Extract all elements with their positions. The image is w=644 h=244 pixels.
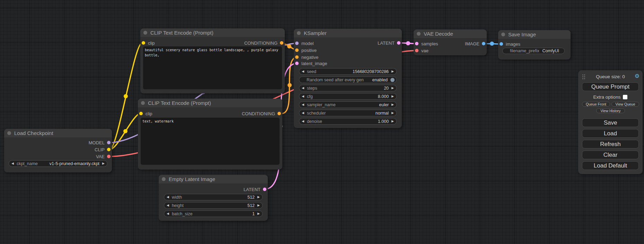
input-slot-clip[interactable]: clip bbox=[142, 40, 155, 46]
input-slot-latent-image[interactable]: latent_image bbox=[295, 60, 327, 66]
increment-arrow-icon[interactable]: ▶ bbox=[102, 162, 105, 165]
output-slot-conditioning[interactable]: CONDITIONING bbox=[242, 110, 281, 117]
collapse-dot-icon[interactable] bbox=[501, 33, 505, 36]
save-button[interactable]: Save bbox=[582, 118, 639, 127]
clip-input-dot-icon[interactable] bbox=[142, 41, 145, 45]
decrement-arrow-icon[interactable]: ◀ bbox=[302, 87, 304, 90]
node-load-checkpoint[interactable]: Load Checkpoint MODEL CLIP VAE ◀ ckpt_na… bbox=[4, 129, 112, 172]
queue-front-button[interactable]: Queue Front bbox=[582, 102, 610, 107]
node-titlebar[interactable]: CLIP Text Encode (Prompt) bbox=[140, 28, 285, 37]
decrement-arrow-icon[interactable]: ◀ bbox=[167, 204, 169, 207]
node-empty-latent-image[interactable]: Empty Latent Image LATENT ◀ width 512 ▶ … bbox=[159, 175, 268, 221]
clip-input-dot-icon[interactable] bbox=[139, 112, 143, 115]
input-slot-vae[interactable]: vae bbox=[415, 47, 429, 54]
decrement-arrow-icon[interactable]: ◀ bbox=[302, 111, 304, 115]
conditioning-input-dot-icon[interactable] bbox=[295, 48, 299, 52]
increment-arrow-icon[interactable]: ▶ bbox=[257, 204, 260, 207]
node-clip-text-encode-positive[interactable]: CLIP Text Encode (Prompt) clip CONDITION… bbox=[140, 28, 285, 93]
decrement-arrow-icon[interactable]: ◀ bbox=[167, 212, 169, 215]
queue-prompt-button[interactable]: Queue Prompt bbox=[582, 82, 639, 91]
conditioning-output-dot-icon[interactable] bbox=[277, 112, 281, 115]
clear-button[interactable]: Clear bbox=[582, 151, 639, 159]
increment-arrow-icon[interactable]: ▶ bbox=[257, 212, 260, 215]
input-slot-negative[interactable]: negative bbox=[295, 54, 318, 60]
increment-arrow-icon[interactable]: ▶ bbox=[391, 70, 394, 73]
conditioning-output-dot-icon[interactable] bbox=[280, 41, 283, 45]
output-slot-image[interactable]: IMAGE bbox=[465, 40, 485, 47]
view-queue-button[interactable]: View Queue bbox=[611, 102, 639, 107]
input-slot-images[interactable]: images bbox=[500, 41, 520, 47]
input-slot-positive[interactable]: positive bbox=[295, 47, 317, 53]
settings-gear-icon[interactable]: ⚙ bbox=[635, 73, 639, 79]
decrement-arrow-icon[interactable]: ◀ bbox=[302, 103, 304, 106]
widget-denoise[interactable]: ◀ denoise 1.000 ▶ bbox=[299, 118, 397, 125]
view-history-button[interactable]: View History bbox=[596, 108, 625, 113]
output-slot-clip[interactable]: CLIP bbox=[95, 146, 111, 153]
node-clip-text-encode-negative[interactable]: CLIP Text Encode (Prompt) clip CONDITION… bbox=[138, 99, 282, 170]
latent-input-dot-icon[interactable] bbox=[295, 62, 299, 65]
node-vae-decode[interactable]: VAE Decode samples vae IMAGE bbox=[414, 29, 487, 55]
load-button[interactable]: Load bbox=[582, 129, 639, 138]
decrement-arrow-icon[interactable]: ◀ bbox=[302, 70, 304, 73]
collapse-dot-icon[interactable] bbox=[417, 32, 421, 36]
output-slot-vae[interactable]: VAE bbox=[96, 153, 111, 160]
toggle-circle-icon[interactable] bbox=[390, 78, 395, 82]
output-slot-conditioning[interactable]: CONDITIONING bbox=[244, 40, 283, 46]
node-titlebar[interactable]: VAE Decode bbox=[414, 29, 487, 38]
collapse-dot-icon[interactable] bbox=[7, 131, 11, 135]
node-ksampler[interactable]: KSampler model positive negative latent_… bbox=[294, 29, 402, 128]
load-default-button[interactable]: Load Default bbox=[582, 161, 639, 170]
decrement-arrow-icon[interactable]: ◀ bbox=[302, 95, 304, 98]
vae-output-dot-icon[interactable] bbox=[107, 155, 111, 158]
input-slot-samples[interactable]: samples bbox=[415, 40, 438, 47]
increment-arrow-icon[interactable]: ▶ bbox=[391, 87, 394, 90]
latent-output-dot-icon[interactable] bbox=[397, 41, 400, 45]
collapse-dot-icon[interactable] bbox=[297, 31, 301, 35]
vae-input-dot-icon[interactable] bbox=[415, 49, 418, 52]
collapse-dot-icon[interactable] bbox=[162, 177, 166, 181]
latent-output-dot-icon[interactable] bbox=[263, 188, 266, 191]
widget-sampler-name[interactable]: ◀ sampler_name euler ▶ bbox=[299, 101, 397, 108]
image-output-dot-icon[interactable] bbox=[482, 42, 485, 45]
decrement-arrow-icon[interactable]: ◀ bbox=[11, 162, 14, 165]
output-slot-latent[interactable]: LATENT bbox=[378, 40, 400, 46]
collapse-dot-icon[interactable] bbox=[143, 31, 147, 35]
widget-scheduler[interactable]: ◀ scheduler normal ▶ bbox=[299, 110, 397, 116]
extra-options-checkbox[interactable] bbox=[623, 95, 627, 99]
decrement-arrow-icon[interactable]: ◀ bbox=[167, 196, 169, 199]
increment-arrow-icon[interactable]: ▶ bbox=[391, 95, 394, 98]
conditioning-input-dot-icon[interactable] bbox=[295, 55, 299, 59]
increment-arrow-icon[interactable]: ▶ bbox=[391, 120, 394, 123]
prompt-textarea[interactable]: text, watermark bbox=[141, 118, 280, 165]
latent-input-dot-icon[interactable] bbox=[415, 42, 418, 45]
widget-seed[interactable]: ◀ seed 156680208700286 ▶ bbox=[299, 68, 397, 75]
model-output-dot-icon[interactable] bbox=[107, 141, 111, 144]
widget-width[interactable]: ◀ width 512 ▶ bbox=[164, 194, 263, 200]
collapse-dot-icon[interactable] bbox=[141, 101, 145, 105]
widget-steps[interactable]: ◀ steps 20 ▶ bbox=[299, 85, 397, 91]
widget-height[interactable]: ◀ height 512 ▶ bbox=[164, 202, 263, 209]
image-input-dot-icon[interactable] bbox=[500, 42, 503, 46]
input-slot-clip[interactable]: clip bbox=[139, 110, 152, 117]
increment-arrow-icon[interactable]: ▶ bbox=[391, 111, 394, 115]
node-titlebar[interactable]: Save Image bbox=[498, 30, 571, 39]
output-slot-model[interactable]: MODEL bbox=[89, 139, 111, 146]
widget-ckpt-name[interactable]: ◀ ckpt_name v1-5-pruned-emaonly.ckpt ▶ bbox=[9, 160, 107, 167]
node-titlebar[interactable]: Load Checkpoint bbox=[4, 129, 112, 137]
refresh-button[interactable]: Refresh bbox=[582, 140, 639, 148]
increment-arrow-icon[interactable]: ▶ bbox=[257, 196, 260, 199]
node-titlebar[interactable]: Empty Latent Image bbox=[159, 175, 268, 183]
widget-random-seed-toggle[interactable]: Random seed after every gen enabled bbox=[299, 76, 397, 83]
input-slot-model[interactable]: model bbox=[295, 40, 314, 46]
clip-output-dot-icon[interactable] bbox=[107, 148, 111, 151]
widget-batch-size[interactable]: ◀ batch_size 1 ▶ bbox=[164, 210, 263, 217]
widget-cfg[interactable]: ◀ cfg 8.000 ▶ bbox=[299, 93, 397, 100]
decrement-arrow-icon[interactable]: ◀ bbox=[302, 120, 304, 123]
node-titlebar[interactable]: CLIP Text Encode (Prompt) bbox=[138, 99, 282, 107]
model-input-dot-icon[interactable] bbox=[295, 42, 299, 45]
output-slot-latent[interactable]: LATENT bbox=[244, 186, 266, 192]
node-titlebar[interactable]: KSampler bbox=[294, 29, 402, 37]
node-save-image[interactable]: Save Image images filename_prefix ComfyU… bbox=[498, 30, 571, 60]
widget-filename-prefix[interactable]: filename_prefix ComfyUI bbox=[502, 48, 565, 54]
prompt-textarea[interactable]: beautiful scenery nature glass bottle la… bbox=[143, 46, 282, 89]
